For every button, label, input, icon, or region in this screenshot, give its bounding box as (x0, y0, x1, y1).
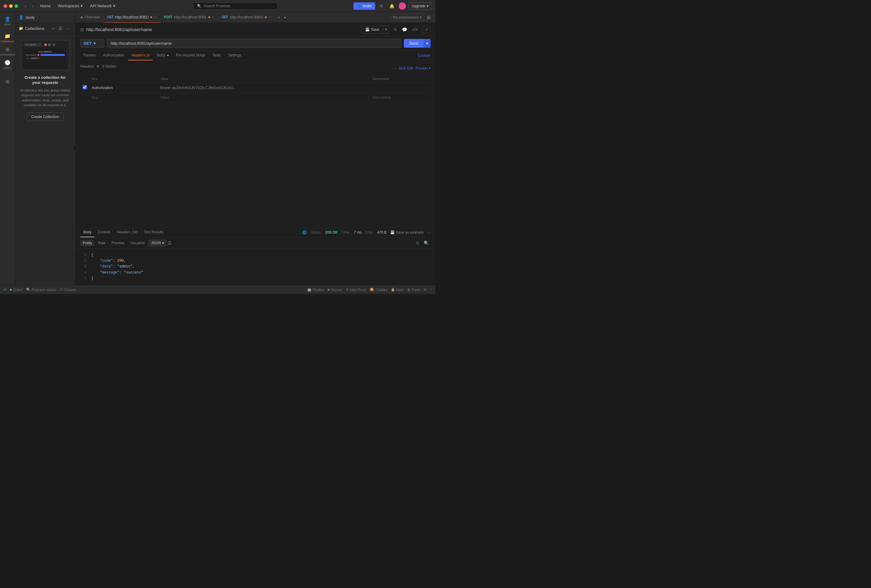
headers-table: Key Value Description Authorization Bear… (80, 75, 431, 102)
tab-overview[interactable]: ◈ Overview (77, 12, 103, 23)
env-grid-button[interactable]: ⊞ (425, 13, 432, 21)
promo-close-btn[interactable] (48, 43, 51, 46)
api-network-menu[interactable]: API Network ▾ (88, 2, 117, 9)
edit-title-button[interactable]: ✎ (392, 26, 399, 33)
find-replace-button[interactable]: 🔍 Find and replace (26, 288, 57, 292)
upgrade-button[interactable]: Upgrade ▾ (409, 2, 432, 10)
more-collections-btn[interactable]: ··· (66, 25, 72, 31)
header-desc-cell[interactable] (370, 83, 431, 93)
minimize-traffic-light[interactable] (9, 4, 13, 8)
save-dropdown-button[interactable]: ▾ (383, 25, 389, 33)
tab-settings[interactable]: Settings (225, 51, 244, 60)
cookies-link[interactable]: Cookies (418, 54, 431, 58)
postbot-button[interactable]: 🤖 Postbot (307, 288, 324, 292)
header-key-cell[interactable]: Authorization (89, 83, 158, 93)
environments-sidebar-btn[interactable]: ⊞ Environments (1, 45, 13, 57)
header-empty-value[interactable]: Value (158, 93, 370, 102)
viewer-tab-raw[interactable]: Raw (96, 240, 108, 246)
user-icon-small: 👤 (19, 15, 24, 19)
vault-button[interactable]: 🔒 Vault (391, 288, 404, 292)
bulk-edit-button[interactable]: Bulk Edit (399, 66, 413, 70)
workspaces-menu[interactable]: Workspaces ▾ (55, 2, 85, 9)
close-traffic-light[interactable] (4, 4, 7, 8)
console-button[interactable]: ⊡ Console (60, 288, 76, 292)
tab-dot-3 (265, 16, 267, 18)
tab-body[interactable]: Body (154, 51, 172, 60)
help-button[interactable]: ? (430, 288, 432, 292)
res-tab-body[interactable]: Body (80, 227, 94, 237)
add-tab-button[interactable]: + (275, 13, 283, 21)
cookies-status-button[interactable]: 🍪 Cookies (370, 288, 387, 292)
copy-response-button[interactable]: ⎘ (415, 239, 421, 247)
create-collection-button[interactable]: Create Collection (27, 112, 63, 121)
viewer-tab-visualize[interactable]: Visualize (128, 240, 147, 246)
promo-heading: Create a collection for your requests (20, 75, 70, 85)
filter-collections-btn[interactable]: ☰ (57, 25, 64, 31)
api-network-label: API Network (90, 4, 112, 8)
tab-headers[interactable]: Headers (9) (128, 51, 153, 60)
comment-button[interactable]: 💬 (400, 26, 409, 33)
response-more-button[interactable]: ··· (427, 230, 431, 235)
trash-button[interactable]: 🗑 Trash (407, 288, 420, 292)
user-icon-btn[interactable]: 👤 study (1, 15, 13, 27)
tabs-overflow-button[interactable]: ▾ (283, 14, 287, 21)
tab-get-2[interactable]: GET http://localhost:8081/ ✕ (218, 12, 275, 23)
method-select[interactable]: GET ▾ (80, 39, 105, 48)
save-example-button[interactable]: 💾 Save as example (390, 230, 424, 235)
back-button[interactable]: ‹ (23, 2, 28, 10)
start-proxy-button[interactable]: ⊕ Start Proxy (346, 288, 366, 292)
grid-status-button[interactable]: ⊞ (424, 288, 427, 292)
res-tab-cookies[interactable]: Cookies (94, 227, 114, 237)
history-sidebar-btn[interactable]: 🕐 History (1, 58, 13, 70)
header-empty-desc[interactable]: Description (370, 93, 431, 102)
collections-sidebar-btn[interactable]: 📁 Collections (1, 32, 13, 44)
header-value-cell[interactable]: Bearer eyJ0eXAiOiJKV1QiLCJhbGciOiJIUzI1.… (158, 83, 370, 93)
maximize-traffic-light[interactable] (15, 4, 18, 8)
filter-response-button[interactable]: ☰ (168, 241, 172, 245)
presets-button[interactable]: Presets ▾ (416, 66, 431, 70)
viewer-actions: ⎘ 🔍 (415, 239, 431, 247)
layout-button[interactable]: ⊞ (4, 288, 6, 292)
invite-button[interactable]: 👤 Invite (353, 2, 375, 10)
tab-pre-request[interactable]: Pre-request Script (173, 51, 208, 60)
send-button[interactable]: Send (404, 39, 424, 48)
tab-post-1[interactable]: POST http://localhost:8081 ✕ (160, 12, 218, 23)
send-dropdown-button[interactable]: ▾ (424, 39, 431, 48)
online-status-button[interactable]: Online (10, 288, 22, 292)
json-format-selector[interactable]: JSON ▾ (148, 240, 167, 246)
viewer-tab-pretty[interactable]: Pretty (80, 240, 94, 246)
runner-button[interactable]: ▶ Runner (328, 288, 342, 292)
url-input[interactable] (107, 39, 401, 48)
settings-button[interactable]: ⚙ (377, 2, 385, 10)
tab-params[interactable]: Params (80, 51, 99, 60)
headers-more-button[interactable]: ··· (393, 66, 397, 70)
expand-button[interactable]: ⤢ (422, 26, 431, 33)
res-tab-test-results[interactable]: Test Results (141, 227, 167, 237)
env-select-button[interactable]: No environment ▾ (390, 14, 424, 21)
viewer-tab-preview[interactable]: Preview (109, 240, 127, 246)
add-collection-btn[interactable]: + (51, 25, 55, 31)
search-response-button[interactable]: 🔍 (422, 239, 431, 247)
panel-sub-header: 👤 study New Import (15, 12, 75, 23)
tab-close-1[interactable]: ✕ (154, 15, 157, 19)
workspace-sidebar-btn[interactable]: ⊞ (1, 75, 13, 88)
header-checkbox-1[interactable] (83, 85, 87, 89)
tab-authorization[interactable]: Authorization (100, 51, 127, 60)
res-tab-headers[interactable]: Headers (14) (114, 227, 141, 237)
notifications-button[interactable]: 🔔 (388, 2, 396, 10)
tab-tests[interactable]: Tests (210, 51, 224, 60)
collections-panel: 👤 study New Import 📁 Collections + ☰ ···… (15, 12, 75, 285)
header-empty-key[interactable]: Key (89, 93, 158, 102)
response-area: Body Cookies Headers (14) Test Results 🌐… (75, 227, 436, 285)
header-checkbox-cell[interactable] (80, 83, 89, 93)
code-button[interactable]: </> (410, 26, 420, 33)
save-button[interactable]: 💾 Save (361, 25, 383, 33)
tab-get-1[interactable]: GET http://localhost:8081/ ✕ (103, 12, 160, 23)
code-line-2: 2 "code": 200, (80, 258, 431, 264)
tab-close-3[interactable]: ✕ (269, 15, 271, 19)
collapse-sidebar-button[interactable]: ‹ (73, 146, 78, 151)
home-button[interactable]: Home (38, 2, 53, 9)
tab-close-2[interactable]: ✕ (212, 15, 215, 19)
forward-button[interactable]: › (30, 2, 36, 10)
search-input-wrap[interactable]: 🔍 Search Postman (193, 2, 278, 10)
